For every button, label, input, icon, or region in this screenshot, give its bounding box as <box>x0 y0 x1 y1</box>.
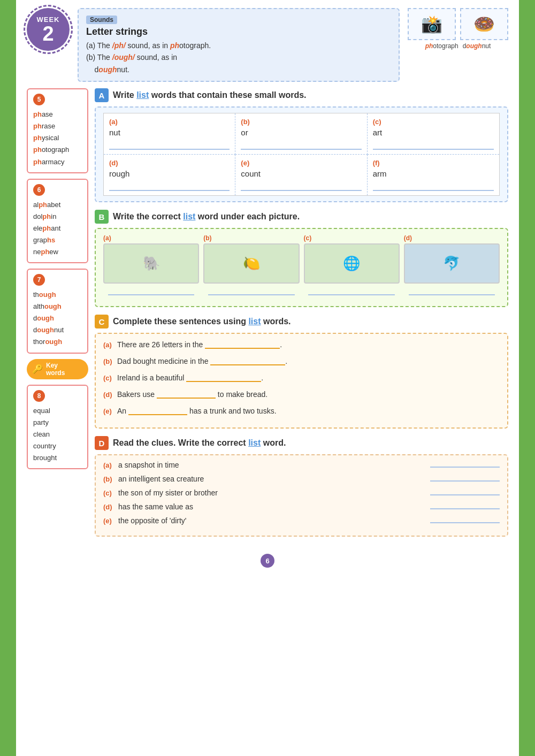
clue-text-a: a snapshot in time <box>118 461 179 469</box>
sent-line-c[interactable] <box>186 381 261 382</box>
cell-e-word: count <box>241 169 361 178</box>
section-a-box: (a) nut (b) or (c) art <box>95 106 508 202</box>
clue-text-e: the opposite of 'dirty' <box>118 516 187 525</box>
sent-label-d: (d) <box>103 390 115 400</box>
cell-e-answer[interactable] <box>241 181 361 191</box>
picture-row: (a) 🐘 (b) 🍋 (c) <box>103 234 500 295</box>
cell-f-word: arm <box>373 169 494 178</box>
pic-label-c: (c) <box>304 234 312 242</box>
cell-c-answer[interactable] <box>373 140 494 150</box>
section-d-letter: D <box>95 436 109 450</box>
section-c-letter: C <box>95 315 109 329</box>
dolphin-emoji: 🐬 <box>405 245 499 282</box>
cell-b-answer[interactable] <box>241 140 361 150</box>
clue-answer-d[interactable] <box>430 508 500 509</box>
sent-line-b[interactable] <box>210 364 285 365</box>
pic-label-b: (b) <box>203 234 211 242</box>
header: WEEK 2 Sounds Letter strings (a) The /ph… <box>27 8 508 82</box>
page-number-area: 6 <box>27 554 508 568</box>
sentence-d: (d) Bakers use to make bread. <box>103 389 500 400</box>
clue-answer-a[interactable] <box>430 467 500 468</box>
pic-box-a: 🐘 <box>103 243 199 284</box>
cell-c-label: (c) <box>373 118 494 126</box>
pic-item-a: (a) 🐘 <box>103 234 199 295</box>
clue-answer-b[interactable] <box>430 480 500 482</box>
doughnut-image: 🍩 <box>460 8 508 40</box>
header-body-b2: doughnut. <box>86 64 391 75</box>
sentence-a: (a) There are 26 letters in the . <box>103 339 500 350</box>
week-badge: WEEK 2 <box>27 8 70 51</box>
header-body-b: (b) The /ough/ sound, as in <box>86 51 391 63</box>
word-8-3: clean <box>33 429 82 440</box>
sent-label-a: (a) <box>103 340 115 350</box>
week-number: 2 <box>42 24 54 44</box>
cell-a: (a) nut <box>104 113 235 155</box>
page: WEEK 2 Sounds Letter strings (a) The /ph… <box>16 0 519 756</box>
cell-b-word: or <box>241 128 361 137</box>
clue-row-e: the opposite of 'dirty' <box>118 516 500 525</box>
sounds-label: Sounds <box>86 16 117 24</box>
cell-f-answer[interactable] <box>373 181 494 191</box>
clue-b: (b) an intelligent sea creature <box>103 475 500 483</box>
pic-answer-b[interactable] <box>208 287 294 295</box>
word-7-2: although <box>33 301 82 312</box>
main-content: 5 phase phrase physical photograph pharm… <box>27 88 508 544</box>
image-labels: photograph doughnut <box>425 42 491 50</box>
clue-label-e: (e) <box>103 517 115 525</box>
clue-label-d: (d) <box>103 503 115 511</box>
pic-answer-d[interactable] <box>409 287 495 295</box>
cell-f-label: (f) <box>373 159 494 167</box>
key-icon: 🔑 <box>32 364 43 374</box>
word-8-1: equal <box>33 405 82 417</box>
clue-text-b: an intelligent sea creature <box>118 475 204 483</box>
sent-text-d: Bakers use to make bread. <box>117 389 268 400</box>
week-label: WEEK <box>37 16 60 24</box>
list-num-6: 6 <box>33 184 45 196</box>
section-a-header: A Write list words that contain these sm… <box>95 88 508 102</box>
pic-item-d: (d) 🐬 <box>404 234 500 295</box>
word-7-1: though <box>33 289 82 301</box>
image-row: 📸 🍩 <box>408 8 508 40</box>
sent-line-a[interactable] <box>205 348 280 349</box>
clue-answer-c[interactable] <box>430 494 500 495</box>
pic-item-b: (b) 🍋 <box>203 234 299 295</box>
list-num-8: 8 <box>33 390 45 402</box>
section-c-title: Complete these sentences using list word… <box>113 317 291 326</box>
word-6-2: dolphin <box>33 211 82 223</box>
word-list-6: 6 alphabet dolphin elephant graphs nephe… <box>27 179 88 263</box>
word-5-3: physical <box>33 132 82 144</box>
cell-a-word: nut <box>109 128 230 137</box>
pic-box-d: 🐬 <box>404 243 500 284</box>
clue-row-d: has the same value as <box>118 502 500 511</box>
pic-label-d: (d) <box>404 234 412 242</box>
section-d-header: D Read the clues. Write the correct list… <box>95 436 508 450</box>
sent-line-e[interactable] <box>128 414 187 415</box>
word-5-4: photograph <box>33 144 82 156</box>
clue-c: (c) the son of my sister or brother <box>103 488 500 497</box>
cell-b: (b) or <box>235 113 367 155</box>
word-5-1: phase <box>33 109 82 120</box>
cell-f: (f) arm <box>368 155 499 195</box>
word-6-5: nephew <box>33 246 82 258</box>
photograph-label: photograph <box>425 42 458 50</box>
clue-row-c: the son of my sister or brother <box>118 488 500 497</box>
cell-e-label: (e) <box>241 159 361 167</box>
sentence-c: (c) Ireland is a beautiful . <box>103 372 500 384</box>
cell-b-label: (b) <box>241 118 361 126</box>
cell-c-word: art <box>373 128 494 137</box>
cell-d-label: (d) <box>109 159 230 167</box>
pic-answer-c[interactable] <box>308 287 394 295</box>
header-images: 📸 🍩 photograph doughnut <box>408 8 508 50</box>
cell-d-answer[interactable] <box>109 181 230 191</box>
section-a-letter: A <box>95 88 109 102</box>
key-words-label: Keywords <box>46 362 65 377</box>
left-column: 5 phase phrase physical photograph pharm… <box>27 88 88 544</box>
globe-emoji: 🌐 <box>305 245 399 282</box>
word-7-4: doughnut <box>33 324 82 336</box>
right-column: A Write list words that contain these sm… <box>95 88 508 544</box>
clue-answer-e[interactable] <box>430 522 500 523</box>
pic-answer-a[interactable] <box>108 287 194 295</box>
word-8-4: country <box>33 440 82 452</box>
cell-a-answer[interactable] <box>109 140 230 150</box>
sent-line-d[interactable] <box>157 398 216 399</box>
